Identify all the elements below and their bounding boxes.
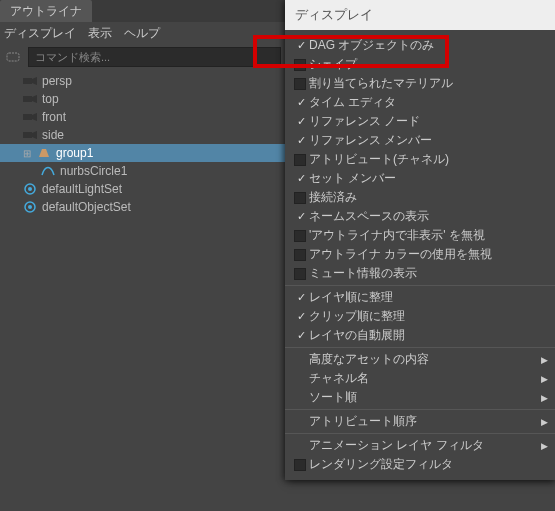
- check-icon: ✓: [293, 96, 309, 110]
- search-scope-icon[interactable]: [4, 48, 24, 66]
- mi-sort-clip[interactable]: ✓クリップ順に整理: [285, 307, 555, 326]
- tree-node-group1[interactable]: ⊞ group1: [0, 144, 285, 162]
- svg-rect-5: [23, 114, 32, 120]
- transform-icon: [36, 146, 52, 160]
- mi-auto-expand[interactable]: ✓レイヤの自動展開: [285, 326, 555, 345]
- mi-ignore-color[interactable]: アウトライナ カラーの使用を無視: [285, 245, 555, 264]
- checkbox-icon: [293, 458, 309, 472]
- check-icon: ✓: [293, 39, 309, 53]
- submenu-arrow-icon: ▶: [541, 441, 555, 451]
- check-icon: ✓: [293, 210, 309, 224]
- set-icon: [22, 200, 38, 214]
- checkbox-icon: [293, 191, 309, 205]
- mi-attr-order[interactable]: アトリビュート順序▶: [285, 412, 555, 431]
- mi-asset-content[interactable]: 高度なアセットの内容▶: [285, 350, 555, 369]
- tab-bar: アウトライナ: [0, 0, 285, 22]
- tree-node-top[interactable]: top: [0, 90, 285, 108]
- tree-node-objectset[interactable]: defaultObjectSet: [0, 198, 285, 216]
- mi-anim-layer-filter[interactable]: アニメーション レイヤ フィルタ▶: [285, 436, 555, 455]
- node-label: top: [42, 92, 59, 106]
- check-icon: ✓: [293, 172, 309, 186]
- menu-group-2: ✓レイヤ順に整理 ✓クリップ順に整理 ✓レイヤの自動展開: [285, 285, 555, 347]
- svg-rect-0: [7, 53, 19, 61]
- menu-group-5: アニメーション レイヤ フィルタ▶ レンダリング設定フィルタ: [285, 433, 555, 476]
- mi-ref-member[interactable]: ✓リファレンス メンバー: [285, 131, 555, 150]
- mi-shapes[interactable]: シェイプ: [285, 55, 555, 74]
- checkbox-icon: [293, 77, 309, 91]
- node-label: side: [42, 128, 64, 142]
- mi-dag-only[interactable]: ✓DAG オブジェクトのみ: [285, 36, 555, 55]
- check-icon: ✓: [293, 291, 309, 305]
- mi-connected[interactable]: 接続済み: [285, 188, 555, 207]
- menu-group-1: ✓DAG オブジェクトのみ シェイプ 割り当てられたマテリアル ✓タイム エディ…: [285, 34, 555, 285]
- mi-namespace[interactable]: ✓ネームスペースの表示: [285, 207, 555, 226]
- submenu-arrow-icon: ▶: [541, 393, 555, 403]
- mi-set-member[interactable]: ✓セット メンバー: [285, 169, 555, 188]
- tree-node-persp[interactable]: persp: [0, 72, 285, 90]
- svg-marker-2: [32, 77, 37, 85]
- mi-ignore-hidden[interactable]: 'アウトライナ内で非表示' を無視: [285, 226, 555, 245]
- svg-rect-7: [23, 132, 32, 138]
- mi-attr-channel[interactable]: アトリビュート(チャネル): [285, 150, 555, 169]
- search-input[interactable]: [28, 47, 281, 67]
- menu-group-4: アトリビュート順序▶: [285, 409, 555, 433]
- checkbox-icon: [293, 229, 309, 243]
- camera-icon: [22, 92, 38, 106]
- node-label: group1: [56, 146, 93, 160]
- mi-time-editor[interactable]: ✓タイム エディタ: [285, 93, 555, 112]
- svg-marker-9: [39, 149, 49, 157]
- tree-node-side[interactable]: side: [0, 126, 285, 144]
- menu-help[interactable]: ヘルプ: [124, 25, 160, 42]
- display-dropdown: ディスプレイ ✓DAG オブジェクトのみ シェイプ 割り当てられたマテリアル ✓…: [285, 0, 555, 480]
- svg-marker-6: [32, 113, 37, 121]
- mi-channel-name[interactable]: チャネル名▶: [285, 369, 555, 388]
- tree-node-nurbs[interactable]: nurbsCircle1: [0, 162, 285, 180]
- checkbox-icon: [293, 153, 309, 167]
- checkbox-icon: [293, 248, 309, 262]
- checkbox-icon: [293, 267, 309, 281]
- mi-sort-order[interactable]: ソート順▶: [285, 388, 555, 407]
- tree-node-front[interactable]: front: [0, 108, 285, 126]
- check-icon: ✓: [293, 134, 309, 148]
- camera-icon: [22, 110, 38, 124]
- check-icon: ✓: [293, 115, 309, 129]
- nurbs-curve-icon: [40, 164, 56, 178]
- submenu-arrow-icon: ▶: [541, 417, 555, 427]
- check-icon: ✓: [293, 329, 309, 343]
- expander-icon[interactable]: ⊞: [22, 148, 32, 159]
- submenu-arrow-icon: ▶: [541, 355, 555, 365]
- menu-show[interactable]: 表示: [88, 25, 112, 42]
- svg-point-11: [28, 187, 32, 191]
- outliner-tree: persp top front side ⊞ group1 nurbsCircl…: [0, 70, 285, 218]
- svg-rect-1: [23, 78, 32, 84]
- set-icon: [22, 182, 38, 196]
- mi-render-filter[interactable]: レンダリング設定フィルタ: [285, 455, 555, 474]
- node-label: persp: [42, 74, 72, 88]
- svg-rect-3: [23, 96, 32, 102]
- mi-ref-node[interactable]: ✓リファレンス ノード: [285, 112, 555, 131]
- menu-group-3: 高度なアセットの内容▶ チャネル名▶ ソート順▶: [285, 347, 555, 409]
- tree-node-lightset[interactable]: defaultLightSet: [0, 180, 285, 198]
- tab-outliner[interactable]: アウトライナ: [0, 0, 92, 22]
- svg-marker-4: [32, 95, 37, 103]
- dropdown-header: ディスプレイ: [285, 0, 555, 30]
- checkbox-icon: [293, 58, 309, 72]
- dropdown-body: ✓DAG オブジェクトのみ シェイプ 割り当てられたマテリアル ✓タイム エディ…: [285, 30, 555, 480]
- submenu-arrow-icon: ▶: [541, 374, 555, 384]
- check-icon: ✓: [293, 310, 309, 324]
- mi-sort-layer[interactable]: ✓レイヤ順に整理: [285, 288, 555, 307]
- node-label: front: [42, 110, 66, 124]
- search-row: [0, 44, 285, 70]
- mi-mute-info[interactable]: ミュート情報の表示: [285, 264, 555, 283]
- svg-point-13: [28, 205, 32, 209]
- mi-materials[interactable]: 割り当てられたマテリアル: [285, 74, 555, 93]
- menu-bar: ディスプレイ 表示 ヘルプ: [0, 22, 285, 44]
- node-label: nurbsCircle1: [60, 164, 127, 178]
- node-label: defaultObjectSet: [42, 200, 131, 214]
- outliner-panel: アウトライナ ディスプレイ 表示 ヘルプ persp top front sid…: [0, 0, 285, 511]
- camera-icon: [22, 128, 38, 142]
- camera-icon: [22, 74, 38, 88]
- menu-display[interactable]: ディスプレイ: [4, 25, 76, 42]
- svg-marker-8: [32, 131, 37, 139]
- node-label: defaultLightSet: [42, 182, 122, 196]
